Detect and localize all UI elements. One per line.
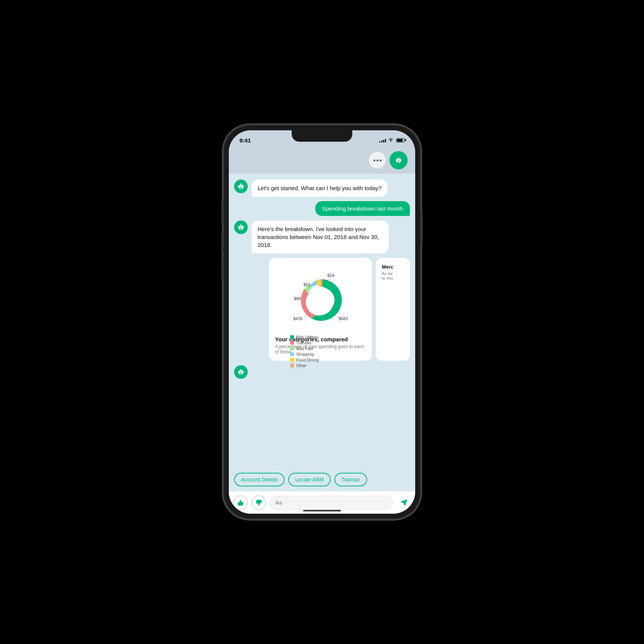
merch-title: Merc (382, 264, 404, 270)
svg-rect-4 (397, 161, 400, 162)
chart-legend: Bills Utilities Transfer Gas Fuel (283, 335, 358, 368)
battery-icon (396, 138, 405, 142)
label-62: $62 (303, 282, 310, 287)
legend-item-food: Food Dining (290, 358, 358, 362)
legend-item-gas: Gas Fuel (290, 346, 358, 351)
svg-rect-45 (242, 374, 242, 375)
svg-point-16 (241, 183, 242, 184)
status-icons (379, 138, 405, 143)
svg-rect-42 (238, 371, 239, 372)
svg-rect-7 (395, 159, 396, 161)
svg-rect-38 (241, 372, 242, 372)
bot-greeting-row: Let's get started. What can I help you w… (234, 180, 410, 197)
svg-point-41 (241, 369, 242, 370)
svg-rect-22 (240, 227, 241, 228)
bot-avatar-icon-2 (236, 223, 245, 232)
bot-avatar-icon (236, 182, 245, 191)
svg-rect-18 (243, 186, 244, 187)
transactions-button[interactable]: Transac (335, 473, 367, 486)
bot-avatar (234, 180, 248, 193)
legend-item-other: Other (290, 363, 358, 368)
donut-hole (310, 288, 335, 312)
wifi-icon (388, 138, 394, 143)
label-34: $34 (327, 273, 334, 278)
phone-screen: 9:41 (229, 130, 415, 514)
svg-rect-17 (238, 186, 239, 187)
status-time: 9:41 (239, 137, 251, 144)
bot-response-bubble: Here's the breakdown. I've looked into y… (252, 220, 389, 253)
svg-rect-43 (243, 371, 244, 372)
svg-rect-8 (401, 159, 402, 161)
merch-card: Merc As farto sho (376, 258, 410, 361)
chat-area: Let's get started. What can I help you w… (229, 174, 415, 468)
signal-bars-icon (379, 138, 386, 142)
label-88: $88 (294, 296, 301, 301)
svg-rect-11 (239, 185, 243, 188)
svg-rect-20 (242, 188, 242, 189)
legend-item-transfer: Transfer (290, 341, 358, 345)
svg-rect-1 (396, 159, 401, 162)
phone-frame: 9:41 (224, 125, 420, 519)
bot-response-row: Here's the breakdown. I've looked into y… (234, 220, 410, 253)
bot-avatar-icon-bottom (236, 367, 245, 377)
svg-point-6 (398, 157, 399, 158)
svg-rect-10 (399, 162, 400, 163)
bot-avatar-header (389, 151, 408, 169)
svg-point-26 (241, 224, 242, 225)
svg-rect-19 (239, 188, 240, 189)
svg-rect-28 (243, 227, 244, 228)
svg-rect-37 (240, 372, 241, 372)
label-428: $428 (293, 316, 302, 321)
account-details-button[interactable]: Account Details (234, 473, 284, 486)
thumbs-down-button[interactable] (252, 496, 266, 510)
svg-rect-9 (397, 162, 398, 163)
donut-svg: $34 $62 $88 $428 $683 (283, 264, 358, 330)
phone-shell: 9:41 (224, 125, 420, 519)
svg-rect-21 (239, 226, 243, 229)
notch (292, 130, 352, 142)
legend-item-shopping: Shopping (290, 352, 358, 356)
bot-greeting-bubble: Let's get started. What can I help you w… (252, 180, 388, 197)
svg-rect-29 (239, 229, 240, 230)
user-message-bubble: Spending breakdown last month (315, 201, 410, 216)
chart-card: $34 $62 $88 $428 $683 (269, 258, 372, 361)
donut-chart: $34 $62 $88 $428 $683 (283, 264, 358, 332)
chart-card-row: $34 $62 $88 $428 $683 (252, 258, 410, 361)
svg-rect-2 (397, 160, 398, 161)
svg-point-0 (390, 141, 391, 141)
svg-rect-13 (241, 186, 242, 187)
svg-rect-24 (240, 228, 242, 229)
svg-rect-3 (399, 160, 400, 161)
thumbs-up-button[interactable] (233, 496, 248, 510)
bot-avatar-bottom (234, 365, 248, 379)
home-indicator (303, 510, 341, 511)
action-buttons-bar: Account Details Locate ABM Transac (229, 468, 415, 491)
svg-rect-14 (240, 187, 242, 188)
label-683: $683 (339, 316, 348, 321)
segment-food (317, 279, 320, 287)
header-bar (229, 147, 415, 174)
svg-rect-36 (239, 370, 243, 374)
svg-rect-23 (241, 227, 242, 228)
svg-marker-46 (400, 499, 407, 506)
thumbs-down-icon (255, 499, 262, 506)
svg-rect-44 (239, 374, 240, 375)
legend-item-bills: Bills Utilities (290, 335, 358, 339)
bot-avatar-2 (234, 220, 248, 234)
more-button[interactable] (369, 152, 386, 169)
send-button[interactable] (397, 496, 411, 510)
locate-abm-button[interactable]: Locate ABM (288, 473, 331, 486)
chat-input[interactable] (270, 496, 393, 510)
merch-sub: As farto sho (382, 271, 404, 280)
thumbs-up-icon (237, 499, 244, 506)
robot-icon (394, 156, 403, 165)
svg-rect-30 (242, 229, 242, 230)
segment-other (320, 279, 322, 287)
send-icon (400, 499, 408, 507)
svg-rect-39 (240, 373, 242, 374)
svg-rect-12 (240, 186, 241, 187)
svg-rect-27 (238, 227, 239, 228)
